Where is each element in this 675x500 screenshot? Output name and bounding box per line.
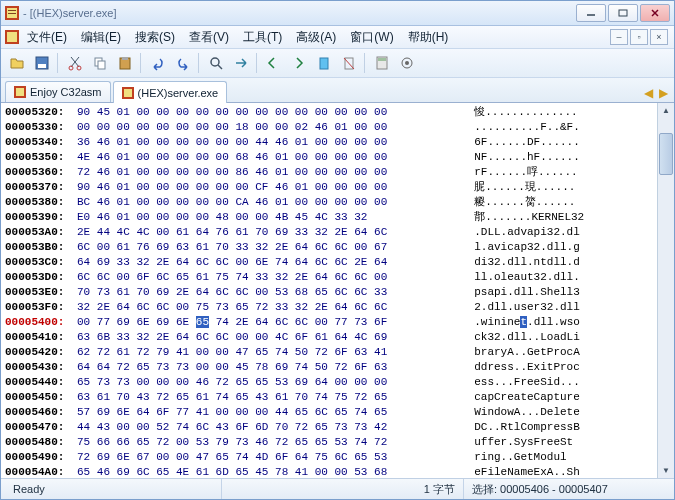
hex-row[interactable]: 00005450:63 61 70 43 72 65 61 74 65 43 6… xyxy=(5,390,653,405)
hex-row[interactable]: 00005440:65 73 73 00 00 00 46 72 65 65 5… xyxy=(5,375,653,390)
hex-bytes[interactable]: 6C 6C 00 6F 6C 65 61 75 74 33 32 2E 64 6… xyxy=(77,270,461,285)
maximize-button[interactable] xyxy=(608,4,638,22)
mdi-close[interactable]: × xyxy=(650,29,668,45)
hex-ascii[interactable]: .DLL.advapi32.dl xyxy=(474,225,580,240)
hex-ascii[interactable]: di32.dll.ntdll.d xyxy=(474,255,580,270)
menu-view[interactable]: 查看(V) xyxy=(183,27,235,48)
hex-bytes[interactable]: 65 73 73 00 00 00 46 72 65 65 53 69 64 0… xyxy=(77,375,461,390)
hex-row[interactable]: 000053B0:6C 00 61 76 69 63 61 70 33 32 2… xyxy=(5,240,653,255)
scroll-up-icon[interactable]: ▲ xyxy=(658,103,674,118)
hex-bytes[interactable]: 90 45 01 00 00 00 00 00 00 00 00 00 00 0… xyxy=(77,105,461,120)
tb-save-icon[interactable] xyxy=(30,51,54,75)
mdi-restore[interactable]: ▫ xyxy=(630,29,648,45)
tb-redo-icon[interactable] xyxy=(171,51,195,75)
title-bar[interactable]: - [(HEX)server.exe] xyxy=(1,1,674,26)
hex-row[interactable]: 00005320:90 45 01 00 00 00 00 00 00 00 0… xyxy=(5,105,653,120)
mdi-minimize[interactable]: – xyxy=(610,29,628,45)
tab-prev-icon[interactable]: ◀ xyxy=(642,86,655,100)
close-button[interactable] xyxy=(640,4,670,22)
hex-row[interactable]: 000054A0:65 46 69 6C 65 4E 61 6D 65 45 7… xyxy=(5,465,653,478)
hex-bytes[interactable]: 62 72 61 72 79 41 00 00 47 65 74 50 72 6… xyxy=(77,345,461,360)
hex-bytes[interactable]: 72 69 6E 67 00 00 47 65 74 4D 6F 64 75 6… xyxy=(77,450,461,465)
menu-search[interactable]: 搜索(S) xyxy=(129,27,181,48)
hex-ascii[interactable]: psapi.dll.Shell3 xyxy=(474,285,580,300)
tb-paste-icon[interactable] xyxy=(113,51,137,75)
menu-window[interactable]: 窗口(W) xyxy=(344,27,399,48)
hex-ascii[interactable]: DC..RtlCompressB xyxy=(474,420,580,435)
tb-bookmark-clear-icon[interactable] xyxy=(337,51,361,75)
hex-bytes[interactable]: 00 00 00 00 00 00 00 00 18 00 00 02 46 0… xyxy=(77,120,461,135)
hex-row[interactable]: 00005420:62 72 61 72 79 41 00 00 47 65 7… xyxy=(5,345,653,360)
hex-bytes[interactable]: 00 77 69 6E 69 6E 65 74 2E 64 6C 6C 00 7… xyxy=(77,315,461,330)
hex-ascii[interactable]: ck32.dll..LoadLi xyxy=(474,330,580,345)
tb-bookmark-toggle-icon[interactable] xyxy=(312,51,336,75)
hex-row[interactable]: 00005480:75 66 66 65 72 00 53 79 73 46 7… xyxy=(5,435,653,450)
hex-bytes[interactable]: 63 6B 33 32 2E 64 6C 6C 00 00 4C 6F 61 6… xyxy=(77,330,461,345)
tb-find-icon[interactable] xyxy=(204,51,228,75)
hex-row[interactable]: 00005370:90 46 01 00 00 00 00 00 00 CF 4… xyxy=(5,180,653,195)
menu-advanced[interactable]: 高级(A) xyxy=(290,27,342,48)
hex-bytes[interactable]: 32 2E 64 6C 6C 00 75 73 65 72 33 32 2E 6… xyxy=(77,300,461,315)
hex-bytes[interactable]: 36 46 01 00 00 00 00 00 00 44 46 01 00 0… xyxy=(77,135,461,150)
hex-bytes[interactable]: 72 46 01 00 00 00 00 00 86 46 01 00 00 0… xyxy=(77,165,461,180)
hex-bytes[interactable]: 2E 44 4C 4C 00 61 64 76 61 70 69 33 32 2… xyxy=(77,225,461,240)
hex-ascii[interactable]: eFileNameExA..Sh xyxy=(474,465,580,478)
hex-ascii[interactable]: 2.dll.user32.dll xyxy=(474,300,580,315)
hex-row[interactable]: 00005490:72 69 6E 67 00 00 47 65 74 4D 6… xyxy=(5,450,653,465)
hex-bytes[interactable]: BC 46 01 00 00 00 00 00 CA 46 01 00 00 0… xyxy=(77,195,461,210)
scroll-thumb[interactable] xyxy=(659,133,673,175)
hex-row[interactable]: 000053C0:64 69 33 32 2E 64 6C 6C 00 6E 7… xyxy=(5,255,653,270)
hex-row[interactable]: 00005340:36 46 01 00 00 00 00 00 00 44 4… xyxy=(5,135,653,150)
hex-ascii[interactable]: braryA..GetProcA xyxy=(474,345,580,360)
tb-calc-icon[interactable] xyxy=(370,51,394,75)
hex-row[interactable]: 000053D0:6C 6C 00 6F 6C 65 61 75 74 33 3… xyxy=(5,270,653,285)
hex-ascii[interactable]: ..........F..&F. xyxy=(474,120,580,135)
hex-ascii[interactable]: capCreateCapture xyxy=(474,390,580,405)
hex-ascii[interactable]: 胒......現...... xyxy=(474,180,575,195)
hex-ascii[interactable]: ddress..ExitProc xyxy=(474,360,580,375)
vertical-scrollbar[interactable]: ▲ ▼ xyxy=(657,103,674,478)
hex-ascii[interactable]: ring..GetModul xyxy=(474,450,566,465)
hex-row[interactable]: 00005410:63 6B 33 32 2E 64 6C 6C 00 00 4… xyxy=(5,330,653,345)
menu-tools[interactable]: 工具(T) xyxy=(237,27,288,48)
hex-row[interactable]: 000053A0:2E 44 4C 4C 00 61 64 76 61 70 6… xyxy=(5,225,653,240)
hex-row[interactable]: 000053E0:70 73 61 70 69 2E 64 6C 6C 00 5… xyxy=(5,285,653,300)
hex-bytes[interactable]: 65 46 69 6C 65 4E 61 6D 65 45 78 41 00 0… xyxy=(77,465,461,478)
tab-server-exe[interactable]: (HEX)server.exe xyxy=(113,81,228,103)
tb-bookmark-prev-icon[interactable] xyxy=(262,51,286,75)
hex-ascii[interactable]: ll.oleaut32.dll. xyxy=(474,270,580,285)
hex-row[interactable]: 000053F0:32 2E 64 6C 6C 00 75 73 65 72 3… xyxy=(5,300,653,315)
menu-edit[interactable]: 编辑(E) xyxy=(75,27,127,48)
hex-bytes[interactable]: 64 64 72 65 73 73 00 00 45 78 69 74 50 7… xyxy=(77,360,461,375)
hex-bytes[interactable]: 90 46 01 00 00 00 00 00 00 CF 46 01 00 0… xyxy=(77,180,461,195)
tab-enjoy[interactable]: Enjoy C32asm xyxy=(5,81,111,102)
menu-file[interactable]: 文件(E) xyxy=(21,27,73,48)
hex-ascii[interactable]: 6F......DF...... xyxy=(474,135,580,150)
hex-ascii[interactable]: 悛.............. xyxy=(474,105,577,120)
hex-row[interactable]: 00005460:57 69 6E 64 6F 77 41 00 00 00 4… xyxy=(5,405,653,420)
hex-bytes[interactable]: 4E 46 01 00 00 00 00 00 68 46 01 00 00 0… xyxy=(77,150,461,165)
hex-ascii[interactable]: WindowA...Delete xyxy=(474,405,580,420)
scroll-down-icon[interactable]: ▼ xyxy=(658,463,674,478)
tb-cut-icon[interactable] xyxy=(63,51,87,75)
hex-bytes[interactable]: 75 66 66 65 72 00 53 79 73 46 72 65 65 5… xyxy=(77,435,461,450)
hex-row[interactable]: 00005350:4E 46 01 00 00 00 00 00 68 46 0… xyxy=(5,150,653,165)
hex-ascii[interactable]: uffer.SysFreeSt xyxy=(474,435,573,450)
tb-undo-icon[interactable] xyxy=(146,51,170,75)
minimize-button[interactable] xyxy=(576,4,606,22)
hex-ascii[interactable]: .wininet.dll.wso xyxy=(474,315,580,330)
hex-bytes[interactable]: 70 73 61 70 69 2E 64 6C 6C 00 53 68 65 6… xyxy=(77,285,461,300)
hex-row[interactable]: 00005390:E0 46 01 00 00 00 00 48 00 00 4… xyxy=(5,210,653,225)
tb-options-icon[interactable] xyxy=(395,51,419,75)
hex-ascii[interactable]: 糉......膐...... xyxy=(474,195,575,210)
hex-row[interactable]: 00005470:44 43 00 00 52 74 6C 43 6F 6D 7… xyxy=(5,420,653,435)
tb-bookmark-next-icon[interactable] xyxy=(287,51,311,75)
hex-row[interactable]: 00005400:00 77 69 6E 69 6E 65 74 2E 64 6… xyxy=(5,315,653,330)
hex-ascii[interactable]: rF......哹...... xyxy=(474,165,577,180)
hex-row[interactable]: 00005380:BC 46 01 00 00 00 00 00 CA 46 0… xyxy=(5,195,653,210)
hex-bytes[interactable]: E0 46 01 00 00 00 00 48 00 00 4B 45 4C 3… xyxy=(77,210,461,225)
tb-goto-icon[interactable] xyxy=(229,51,253,75)
hex-bytes[interactable]: 44 43 00 00 52 74 6C 43 6F 6D 70 72 65 7… xyxy=(77,420,461,435)
hex-row[interactable]: 00005330:00 00 00 00 00 00 00 00 18 00 0… xyxy=(5,120,653,135)
hex-bytes[interactable]: 64 69 33 32 2E 64 6C 6C 00 6E 74 64 6C 6… xyxy=(77,255,461,270)
